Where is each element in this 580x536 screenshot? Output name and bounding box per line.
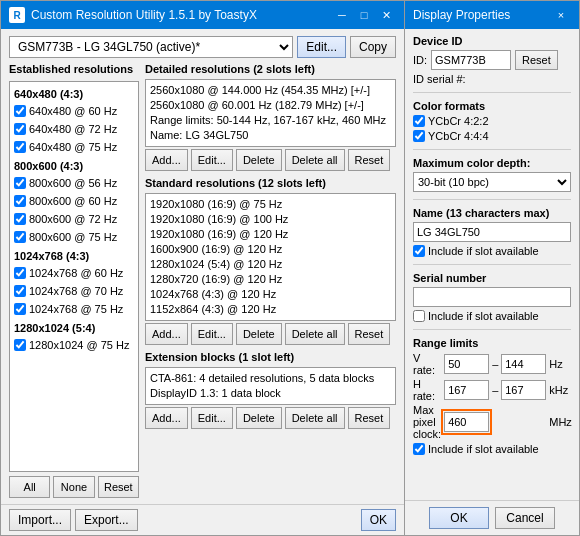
extension-edit-button[interactable]: Edit... — [191, 407, 233, 429]
resolution-list[interactable]: 640x480 (4:3) 640x480 @ 60 Hz 640x480 @ … — [9, 81, 139, 472]
h-min-input[interactable] — [444, 380, 489, 400]
ycbcr44-checkbox[interactable] — [413, 130, 425, 142]
color-formats-section: Color formats YCbCr 4:2:2 YCbCr 4:4:4 — [413, 100, 571, 142]
pixel-clock-label: Max pixel clock: — [413, 404, 441, 440]
detailed-reset-button[interactable]: Reset — [348, 149, 391, 171]
res-checkbox[interactable] — [14, 213, 26, 225]
all-button[interactable]: All — [9, 476, 50, 498]
res-checkbox[interactable] — [14, 303, 26, 315]
import-button[interactable]: Import... — [9, 509, 71, 531]
res-checkbox[interactable] — [14, 141, 26, 153]
res-checkbox[interactable] — [14, 267, 26, 279]
panel-footer: OK Cancel — [405, 500, 579, 535]
res-checkbox[interactable] — [14, 105, 26, 117]
group-1280x1024: 1280x1024 (5:4) — [12, 322, 136, 334]
list-item: 800x600 @ 75 Hz — [12, 228, 136, 246]
list-item: 1280x1024 @ 75 Hz — [12, 336, 136, 354]
include-slot-label: Include if slot available — [428, 245, 539, 257]
res-checkbox[interactable] — [14, 285, 26, 297]
panel-window: Display Properties × Device ID ID: Reset… — [405, 0, 580, 536]
monitor-row: GSM773B - LG 34GL750 (active)* Edit... C… — [9, 35, 396, 59]
include-slot-checkbox[interactable] — [413, 245, 425, 257]
list-item: 1024x768 @ 70 Hz — [12, 282, 136, 300]
list-item: 1024x768 @ 75 Hz — [12, 300, 136, 318]
ycbcr22-checkbox[interactable] — [413, 115, 425, 127]
panel-title: Display Properties — [413, 8, 510, 22]
name-input[interactable] — [413, 222, 571, 242]
panel-cancel-button[interactable]: Cancel — [495, 507, 555, 529]
close-button[interactable]: ✕ — [376, 7, 396, 23]
pixel-clock-input[interactable] — [444, 412, 489, 432]
panel-ok-button[interactable]: OK — [429, 507, 489, 529]
v-dash: – — [492, 358, 498, 370]
minimize-button[interactable]: ─ — [332, 7, 352, 23]
copy-button[interactable]: Copy — [350, 36, 396, 58]
extension-delete-all-button[interactable]: Delete all — [285, 407, 345, 429]
standard-add-button[interactable]: Add... — [145, 323, 188, 345]
ycbcr44-label: YCbCr 4:4:4 — [428, 130, 489, 142]
reset-button[interactable]: Reset — [98, 476, 139, 498]
group-1024x768: 1024x768 (4:3) — [12, 250, 136, 262]
main-window: R Custom Resolution Utility 1.5.1 by Toa… — [0, 0, 405, 536]
v-unit: Hz — [549, 358, 572, 370]
range-grid: V rate: – Hz H rate: – kHz Max pixel clo… — [413, 352, 571, 440]
list-item: 800x600 @ 56 Hz — [12, 174, 136, 192]
extension-box: CTA-861: 4 detailed resolutions, 5 data … — [145, 367, 396, 405]
extension-add-button[interactable]: Add... — [145, 407, 188, 429]
detailed-add-button[interactable]: Add... — [145, 149, 188, 171]
list-item: 800x600 @ 60 Hz — [12, 192, 136, 210]
pixel-clock-unit: MHz — [549, 416, 572, 428]
monitor-select[interactable]: GSM773B - LG 34GL750 (active)* — [9, 36, 293, 58]
none-button[interactable]: None — [53, 476, 94, 498]
extension-section: Extension blocks (1 slot left) CTA-861: … — [145, 351, 396, 429]
v-max-input[interactable] — [501, 354, 546, 374]
device-id-input[interactable] — [431, 50, 511, 70]
divider-5 — [413, 329, 571, 330]
standard-title: Standard resolutions (12 slots left) — [145, 177, 396, 189]
panel-close-button[interactable]: × — [551, 7, 571, 23]
device-reset-button[interactable]: Reset — [515, 50, 558, 70]
extension-title: Extension blocks (1 slot left) — [145, 351, 396, 363]
maximize-button[interactable]: □ — [354, 7, 374, 23]
res-checkbox[interactable] — [14, 339, 26, 351]
v-min-input[interactable] — [444, 354, 489, 374]
detailed-buttons: Add... Edit... Delete Delete all Reset — [145, 149, 396, 171]
include-range-checkbox[interactable] — [413, 443, 425, 455]
res-checkbox[interactable] — [14, 195, 26, 207]
edit-button[interactable]: Edit... — [297, 36, 346, 58]
color-depth-select[interactable]: 30-bit (10 bpc) — [413, 172, 571, 192]
list-item: 640x480 @ 60 Hz — [12, 102, 136, 120]
standard-delete-all-button[interactable]: Delete all — [285, 323, 345, 345]
established-title: Established resolutions — [9, 63, 139, 75]
app-icon: R — [9, 7, 25, 23]
detailed-edit-button[interactable]: Edit... — [191, 149, 233, 171]
title-bar: R Custom Resolution Utility 1.5.1 by Toa… — [1, 1, 404, 29]
standard-delete-button[interactable]: Delete — [236, 323, 282, 345]
res-checkbox[interactable] — [14, 231, 26, 243]
h-max-input[interactable] — [501, 380, 546, 400]
id-label: ID: — [413, 54, 427, 66]
divider-3 — [413, 199, 571, 200]
serial-number-label: Serial number — [413, 272, 571, 284]
serial-number-section: Serial number Include if slot available — [413, 272, 571, 322]
ok-button[interactable]: OK — [361, 509, 396, 531]
serial-number-input[interactable] — [413, 287, 571, 307]
detailed-section: Detailed resolutions (2 slots left) 2560… — [145, 63, 396, 171]
detailed-delete-button[interactable]: Delete — [236, 149, 282, 171]
panel-title-bar: Display Properties × — [405, 1, 579, 29]
export-button[interactable]: Export... — [75, 509, 138, 531]
device-id-label: Device ID — [413, 35, 571, 47]
res-checkbox[interactable] — [14, 123, 26, 135]
detailed-delete-all-button[interactable]: Delete all — [285, 149, 345, 171]
name-section: Name (13 characters max) Include if slot… — [413, 207, 571, 257]
name-label: Name (13 characters max) — [413, 207, 571, 219]
device-id-section: Device ID ID: Reset ID serial #: — [413, 35, 571, 85]
extension-delete-button[interactable]: Delete — [236, 407, 282, 429]
standard-reset-button[interactable]: Reset — [348, 323, 391, 345]
divider-2 — [413, 149, 571, 150]
include-serial-checkbox[interactable] — [413, 310, 425, 322]
extension-reset-button[interactable]: Reset — [348, 407, 391, 429]
standard-edit-button[interactable]: Edit... — [191, 323, 233, 345]
res-checkbox[interactable] — [14, 177, 26, 189]
list-item: 800x600 @ 72 Hz — [12, 210, 136, 228]
